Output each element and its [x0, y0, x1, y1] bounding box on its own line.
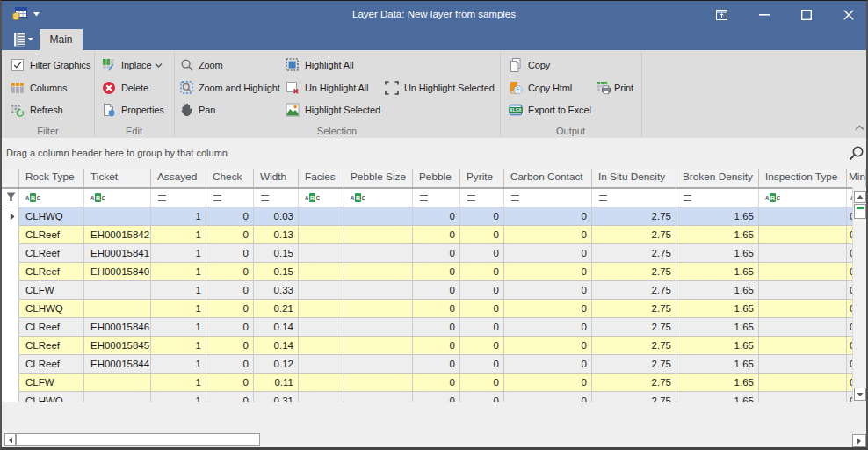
svg-text:XLSX: XLSX: [510, 108, 522, 112]
